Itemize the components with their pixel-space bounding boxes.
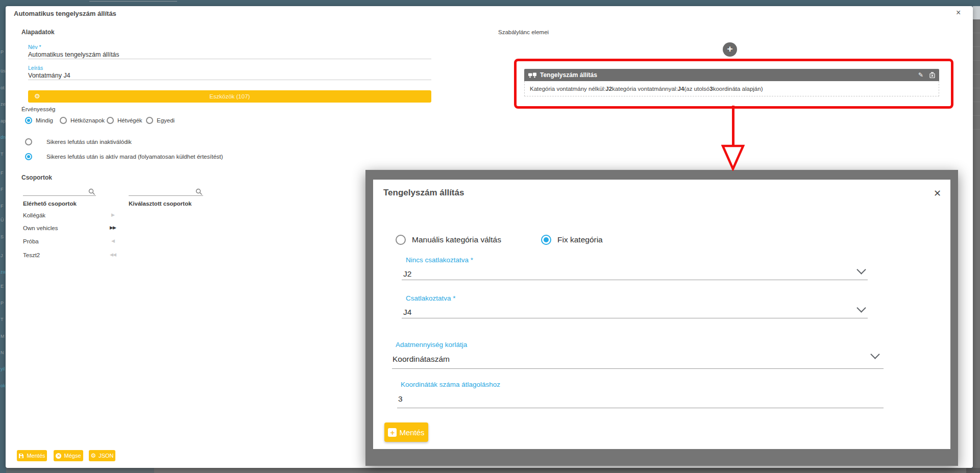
radio-label[interactable]: Fix kategória bbox=[557, 235, 603, 244]
radio-stay-active[interactable]: Sikeres lefutás után is aktív marad (fol… bbox=[25, 153, 223, 160]
floppy-icon bbox=[18, 453, 24, 459]
radio-label[interactable]: Hétköznapok bbox=[70, 117, 105, 123]
eszkozok-button-label: Eszközök (107) bbox=[209, 93, 250, 99]
cancel-icon: ✕ bbox=[56, 453, 61, 459]
radio-icon[interactable] bbox=[25, 153, 32, 160]
radio-icon[interactable] bbox=[25, 138, 32, 145]
radio-hetvegek[interactable]: Hétvégék bbox=[107, 117, 142, 124]
close-icon[interactable]: ✕ bbox=[934, 188, 941, 199]
edit-icon[interactable]: ✎ bbox=[918, 71, 923, 79]
sidebar-text-fragment: M bbox=[1, 334, 6, 339]
nincs-label: Nincs csatlakoztatva * bbox=[406, 256, 473, 264]
radio-manual-category[interactable]: Manuális kategória váltás bbox=[396, 235, 501, 245]
adat-select[interactable]: Koordinátaszám bbox=[393, 355, 450, 364]
desc-text: Kategória vontatmány nélkül: bbox=[530, 86, 605, 92]
sidebar-text-fragment: Ü bbox=[1, 217, 6, 222]
available-search-underline bbox=[23, 195, 96, 196]
eszkozok-button[interactable]: ⚙ Eszközök (107) bbox=[28, 90, 431, 103]
radio-fix-category[interactable]: Fix kategória bbox=[541, 235, 603, 245]
radio-label[interactable]: Sikeres lefutás után inaktiválódik bbox=[46, 139, 132, 145]
radio-inactivate[interactable]: Sikeres lefutás után inaktiválódik bbox=[25, 138, 132, 145]
radio-icon[interactable] bbox=[396, 235, 406, 245]
leiras-field[interactable]: Vontatmány J4 bbox=[28, 72, 70, 79]
nincs-underline bbox=[402, 280, 868, 280]
cancel-button-label: Mégse bbox=[64, 453, 81, 459]
move-right-button[interactable]: ▶ bbox=[111, 212, 114, 217]
json-button-label: JSON bbox=[99, 453, 113, 459]
dialog-title: Tengelyszám állítás bbox=[383, 188, 464, 198]
radio-label[interactable]: Egyedi bbox=[157, 117, 175, 123]
sidebar-text-fragment: yil bbox=[1, 366, 6, 371]
sidebar-text-fragment: P bbox=[1, 301, 6, 306]
koord-label: Koordináták száma átlagoláshoz bbox=[401, 381, 500, 388]
search-icon bbox=[88, 188, 95, 195]
chevron-down-icon[interactable] bbox=[856, 303, 866, 312]
chevron-down-icon[interactable] bbox=[856, 265, 866, 274]
radio-egyedi[interactable]: Egyedi bbox=[146, 117, 175, 124]
sidebar-text-fragment: E bbox=[1, 284, 6, 289]
gear-icon: ⚙ bbox=[90, 453, 96, 459]
radio-hetkoznapok[interactable]: Hétköznapok bbox=[60, 117, 105, 124]
koord-input[interactable]: 3 bbox=[398, 394, 403, 404]
truck-axle-icon bbox=[528, 72, 537, 78]
group-item-proba[interactable]: Próba bbox=[23, 238, 39, 244]
nev-label: Név * bbox=[28, 44, 41, 50]
plus-square-icon: + bbox=[388, 428, 397, 437]
chevron-down-icon[interactable] bbox=[870, 350, 879, 359]
radio-icon[interactable] bbox=[107, 117, 114, 124]
add-rule-button[interactable]: + bbox=[723, 42, 737, 57]
axle-dialog: Tengelyszám állítás ✕ Manuális kategória… bbox=[373, 180, 950, 449]
radio-label[interactable]: Sikeres lefutás után is aktív marad (fol… bbox=[46, 154, 223, 160]
sidebar-text-fragment: üs bbox=[1, 68, 6, 73]
radio-label[interactable]: Hétvégék bbox=[117, 117, 142, 123]
close-icon[interactable]: × bbox=[956, 8, 961, 17]
selected-groups-header: Kiválasztott csoportok bbox=[129, 201, 191, 207]
radio-icon[interactable] bbox=[25, 117, 32, 124]
leiras-underline bbox=[28, 80, 431, 80]
radio-icon[interactable] bbox=[541, 235, 551, 245]
dialog-save-button[interactable]: + Mentés bbox=[384, 422, 428, 442]
gear-icon: ⚙ bbox=[34, 92, 40, 100]
nev-field[interactable]: Automatikus tengelyszám állítás bbox=[28, 51, 119, 58]
csat-label: Csatlakoztatva * bbox=[406, 294, 456, 302]
save-button-label: Mentés bbox=[27, 453, 45, 459]
modal-title: Automatikus tengelyszám állítás bbox=[14, 10, 116, 17]
json-button[interactable]: ⚙ JSON bbox=[89, 450, 115, 461]
sidebar-text-fragment: ok bbox=[1, 383, 6, 388]
cancel-button[interactable]: ✕ Mégse bbox=[54, 450, 83, 461]
radio-icon[interactable] bbox=[60, 117, 67, 124]
sidebar-text-fragment: zat bbox=[1, 269, 6, 275]
sidebar-text-fragment: F bbox=[1, 204, 6, 209]
annotation-arrow-line bbox=[732, 106, 734, 146]
move-left-button[interactable]: ◀ bbox=[111, 238, 114, 243]
background-bottom-strip-left bbox=[6, 468, 154, 473]
dialog-save-label: Mentés bbox=[399, 428, 424, 437]
sidebar-text-fragment: ze bbox=[1, 102, 6, 107]
move-all-left-button[interactable]: ◀◀ bbox=[110, 252, 116, 257]
app-screen: PüsotzeapdnTFFFÜSJzatEPTMNyilok Automati… bbox=[0, 0, 980, 473]
sidebar-text-fragment: T bbox=[1, 152, 6, 157]
leiras-label: Leírás bbox=[28, 65, 43, 71]
adat-underline bbox=[392, 368, 884, 369]
delete-icon[interactable] bbox=[929, 72, 935, 78]
group-item-teszt2[interactable]: Teszt2 bbox=[23, 252, 40, 258]
radio-icon[interactable] bbox=[146, 117, 153, 124]
search-icon bbox=[195, 188, 203, 195]
radio-mindig[interactable]: Mindig bbox=[25, 117, 53, 124]
desc-text: kategória vontatmánnyal: bbox=[612, 86, 678, 92]
ervenyesseg-label: Érvényesség bbox=[21, 106, 55, 112]
background-right-strip-toolbar bbox=[973, 6, 980, 19]
move-all-right-button[interactable]: ▶▶ bbox=[110, 225, 116, 230]
group-item-own-vehicles[interactable]: Own vehicles bbox=[23, 225, 58, 231]
radio-label[interactable]: Mindig bbox=[36, 117, 53, 123]
adat-label: Adatmennyiség korlátja bbox=[396, 341, 467, 348]
csat-select[interactable]: J4 bbox=[403, 308, 411, 317]
radio-label[interactable]: Manuális kategória váltás bbox=[412, 235, 501, 244]
save-button[interactable]: Mentés bbox=[17, 450, 47, 461]
section-alapadatok: Alapadatok bbox=[21, 29, 55, 36]
desc-text: (az utolsó bbox=[684, 86, 709, 92]
nincs-select[interactable]: J2 bbox=[403, 269, 411, 279]
sidebar-text-fragment: ap bbox=[1, 118, 6, 123]
group-item-kollegak[interactable]: Kollégák bbox=[23, 212, 45, 218]
koord-underline bbox=[397, 408, 884, 408]
